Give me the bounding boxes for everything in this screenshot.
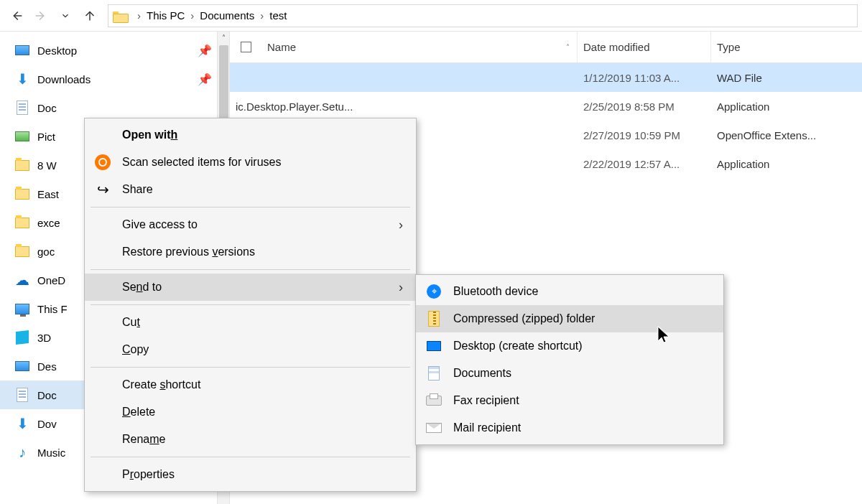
pin-icon: 📌 [198, 73, 212, 86]
folder-icon [15, 218, 29, 228]
chevron-right-icon: › [377, 218, 403, 233]
file-type-cell: Application [711, 101, 862, 113]
folder-icon [15, 160, 29, 171]
select-all-checkbox[interactable] [230, 42, 261, 52]
scroll-up-button[interactable]: ˄ [218, 32, 230, 44]
sidebar-item-label: Dov [37, 418, 57, 430]
context-menu: Open with Scan selected items for viruse… [84, 118, 417, 492]
menu-separator [91, 269, 410, 270]
sidebar-item-label: Doc [37, 389, 57, 401]
menu-separator [91, 457, 410, 457]
mail-icon [426, 423, 442, 433]
folder-icon [15, 246, 29, 257]
file-list-header: Name ˄ Date modified Type [230, 32, 862, 63]
3d-objects-icon [16, 330, 29, 345]
bluetooth-icon: ⌖ [427, 284, 441, 299]
avast-icon [95, 154, 111, 170]
sidebar-item-label: Downloads [37, 73, 91, 85]
menu-item-create-shortcut[interactable]: Create shortcut [85, 371, 416, 398]
menu-item-send-to[interactable]: Send to › [85, 274, 416, 301]
breadcrumb-this-pc[interactable]: This PC [145, 9, 186, 22]
file-type-cell: OpenOffice Extens... [711, 129, 862, 141]
file-type-cell: WAD File [711, 72, 862, 84]
menu-separator [91, 304, 410, 305]
sidebar-item-label: 8 W [37, 159, 57, 172]
breadcrumb-documents[interactable]: Documents [198, 9, 256, 22]
downloads-icon: ⬇ [14, 416, 30, 431]
menu-item-give-access-to[interactable]: Give access to› [85, 211, 416, 238]
this-pc-icon [15, 304, 29, 314]
nav-back-button[interactable] [4, 4, 29, 28]
column-header-date[interactable]: Date modified [578, 32, 711, 62]
nav-forward-button[interactable] [29, 4, 53, 28]
file-date-cell: 1/12/2019 11:03 A... [578, 72, 711, 84]
file-date-cell: 2/22/2019 12:57 A... [578, 158, 711, 170]
address-bar: › This PC › Documents › test [0, 0, 862, 32]
sidebar-item-label: East [37, 188, 59, 200]
chevron-right-icon: › [377, 280, 403, 295]
submenu-item-fax-recipient[interactable]: Fax recipient [416, 387, 723, 414]
folder-icon [113, 10, 127, 22]
menu-item-scan-viruses[interactable]: Scan selected items for viruses [85, 149, 416, 176]
column-header-name[interactable]: Name ˄ [261, 32, 578, 62]
desktop-icon [15, 45, 29, 55]
desktop-icon [15, 361, 29, 371]
file-date-cell: 2/27/2019 10:59 PM [578, 129, 711, 141]
file-date-cell: 2/25/2019 8:58 PM [578, 101, 711, 113]
sidebar-item-label: 3D [37, 332, 51, 344]
document-icon [17, 388, 28, 402]
menu-item-delete[interactable]: Delete [85, 398, 416, 426]
documents-icon [428, 366, 440, 381]
sidebar-item-label: Music [37, 447, 65, 459]
address-box[interactable]: › This PC › Documents › test [108, 4, 858, 27]
desktop-icon [427, 341, 441, 351]
downloads-icon: ⬇ [14, 71, 30, 87]
nav-up-button[interactable] [78, 4, 102, 28]
menu-item-share[interactable]: ↪ Share [85, 176, 416, 203]
submenu-item-mail-recipient[interactable]: Mail recipient [416, 414, 723, 442]
sidebar-item-label: Desktop [37, 45, 77, 57]
folder-icon [15, 189, 29, 200]
submenu-item-desktop-shortcut[interactable]: Desktop (create shortcut) [416, 332, 723, 360]
file-name-cell: ic.Desktop.Player.Setu... [230, 101, 578, 113]
music-icon: ♪ [14, 444, 30, 460]
sidebar-item-downloads[interactable]: ⬇ Downloads 📌 [0, 65, 229, 93]
recent-locations-button[interactable] [53, 4, 78, 28]
file-row[interactable]: 1/12/2019 11:03 A...WAD File [230, 63, 862, 92]
submenu-item-compressed-folder[interactable]: Compressed (zipped) folder [416, 305, 723, 332]
menu-separator [91, 207, 410, 207]
submenu-item-documents[interactable]: Documents [416, 360, 723, 387]
share-icon: ↪ [93, 180, 112, 199]
menu-item-rename[interactable]: Rename [85, 426, 416, 453]
file-type-cell: Application [711, 158, 862, 170]
sidebar-item-label: This F [37, 303, 68, 315]
send-to-submenu: ⌖ Bluetooth device Compressed (zipped) f… [415, 274, 724, 445]
submenu-item-bluetooth[interactable]: ⌖ Bluetooth device [416, 278, 723, 305]
menu-item-properties[interactable]: Properties [85, 461, 416, 488]
menu-item-open-with[interactable]: Open with [85, 121, 416, 149]
chevron-right-icon: › [186, 9, 198, 22]
sidebar-item-label: Doc [37, 102, 57, 114]
sidebar-item-label: Pict [37, 131, 55, 143]
menu-separator [91, 367, 410, 368]
chevron-right-icon: › [256, 9, 268, 22]
pin-icon: 📌 [198, 44, 212, 57]
chevron-right-icon: › [133, 9, 145, 22]
menu-item-cut[interactable]: Cut [85, 309, 416, 336]
fax-icon [426, 396, 442, 406]
column-header-type[interactable]: Type [711, 32, 862, 62]
document-icon [17, 101, 28, 115]
pictures-icon [15, 131, 29, 141]
onedrive-icon: ☁ [14, 272, 30, 288]
file-row[interactable]: ic.Desktop.Player.Setu...2/25/2019 8:58 … [230, 92, 862, 121]
menu-item-restore-previous-versions[interactable]: Restore previous versions [85, 238, 416, 266]
sidebar-item-desktop[interactable]: Desktop 📌 [0, 36, 229, 65]
sidebar-item-label: exce [37, 217, 60, 229]
zip-icon [428, 311, 440, 327]
sidebar-item-label: OneD [37, 274, 65, 286]
menu-item-copy[interactable]: Copy [85, 336, 416, 363]
sidebar-item-label: Des [37, 360, 57, 373]
sidebar-item-label: goc [37, 246, 55, 258]
sort-indicator-icon: ˄ [566, 43, 570, 51]
breadcrumb-current[interactable]: test [268, 9, 288, 22]
